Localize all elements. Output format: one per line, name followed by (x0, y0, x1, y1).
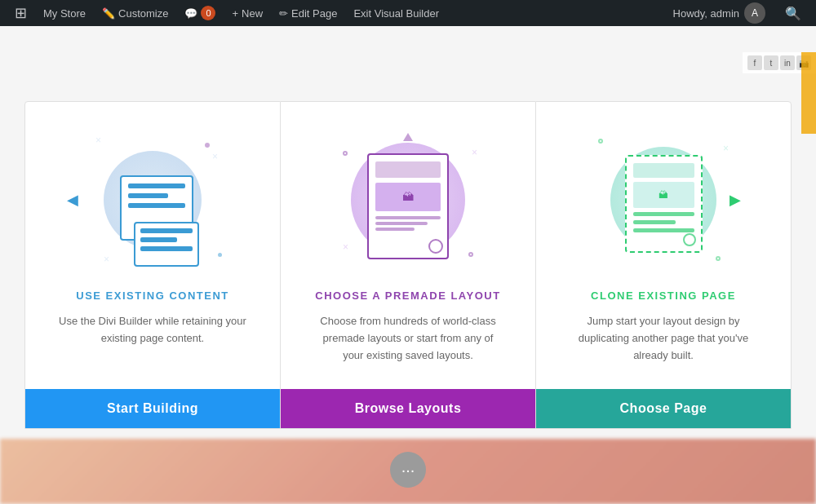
card-choose-premade: × × 🏔 CHOOSE A PREMADE LAYOUT (281, 101, 535, 428)
linkedin-icon[interactable]: in (780, 55, 795, 70)
deco-dot5 (598, 139, 603, 144)
deco-dot6 (716, 256, 721, 261)
card-title-use-existing: USE EXISTING CONTENT (76, 290, 228, 302)
doc-back (134, 222, 199, 267)
exit-visual-builder-item[interactable]: Exit Visual Builder (345, 0, 447, 26)
avatar: A (744, 2, 765, 24)
new-item[interactable]: + New (224, 0, 271, 26)
card-desc-choose-premade: Choose from hundreds of world-class prem… (314, 313, 502, 364)
pl2 (375, 222, 428, 225)
mountain-icon: 🏔 (402, 190, 414, 203)
img-placeholder: 🏔 (375, 183, 441, 211)
illustration-choose-premade: × × 🏔 (326, 126, 490, 273)
pl3 (375, 228, 415, 231)
float-btn-dots: ··· (401, 461, 415, 480)
comments-count: 0 (201, 6, 215, 20)
edit-page-label: Edit Page (291, 7, 337, 20)
circle-outline (428, 239, 443, 254)
illustration-clone-page: ▶ × 🏔 (582, 126, 745, 273)
exit-visual-builder-label: Exit Visual Builder (353, 7, 439, 20)
start-building-button[interactable]: Start Building (25, 389, 280, 428)
comments-item[interactable]: 💬 0 (176, 0, 224, 26)
main-area: f t in 📷 × × × (0, 26, 816, 504)
gl1 (633, 212, 694, 216)
customize-item[interactable]: ✏️ Customize (94, 0, 176, 26)
page-doc-3: 🏔 (625, 155, 703, 253)
pl1 (375, 216, 441, 219)
card-use-existing: × × × ◀ (24, 101, 281, 428)
card-desc-clone-page: Jump start your layout design by duplica… (570, 313, 757, 364)
card-title-choose-premade: CHOOSE A PREMADE LAYOUT (315, 290, 500, 302)
doc-main (120, 175, 193, 241)
browse-layouts-button[interactable]: Browse Layouts (281, 389, 535, 428)
float-action-button[interactable]: ··· (390, 452, 426, 488)
deco-x5: × (472, 147, 477, 158)
arrow-left-icon: ◀ (67, 191, 78, 209)
line2 (128, 193, 168, 198)
deco-dot4 (468, 252, 473, 257)
cards-container: × × × ◀ (24, 101, 792, 428)
new-label: New (242, 7, 263, 20)
triangle-icon (403, 133, 413, 141)
green-img: 🏔 (633, 182, 694, 208)
comments-icon: 💬 (184, 7, 197, 20)
howdy-text: Howdy, admin (673, 7, 739, 20)
arrow-right-icon: ▶ (730, 191, 741, 209)
deco-x4: × (343, 241, 348, 253)
bl2 (140, 237, 177, 242)
admin-bar-right: Howdy, admin A 🔍 (665, 2, 809, 24)
facebook-icon[interactable]: f (747, 55, 762, 70)
gl3 (633, 228, 694, 232)
wp-logo-icon: ⊞ (15, 4, 27, 22)
choose-page-button[interactable]: Choose Page (536, 389, 791, 428)
deco-x1: × (95, 135, 101, 146)
wp-logo-item[interactable]: ⊞ (7, 0, 35, 26)
deco-x6: × (723, 143, 729, 154)
line1 (128, 183, 185, 188)
plus-icon: + (232, 7, 238, 20)
deco-x2: × (212, 151, 218, 162)
bl3 (140, 246, 193, 251)
gl2 (633, 220, 676, 224)
twitter-icon[interactable]: t (764, 55, 778, 70)
green-header (633, 163, 694, 178)
customize-icon: ✏️ (102, 7, 115, 20)
sidebar-accent (801, 52, 816, 134)
search-icon[interactable]: 🔍 (777, 6, 809, 21)
card-title-clone-page: CLONE EXISTING PAGE (591, 290, 736, 302)
header-bar (375, 161, 441, 178)
card-clone-page: ▶ × 🏔 CLONE EXISTING PAGE Ju (535, 101, 792, 428)
green-circle (683, 233, 696, 246)
my-store-item[interactable]: My Store (35, 0, 94, 26)
howdy-section[interactable]: Howdy, admin A (665, 2, 774, 24)
edit-page-item[interactable]: ✏ Edit Page (271, 0, 345, 26)
page-doc-2: 🏔 (367, 153, 449, 259)
my-store-label: My Store (43, 7, 86, 20)
green-mountain: 🏔 (659, 189, 668, 201)
illustration-use-existing: × × × ◀ (71, 126, 234, 273)
line3 (128, 203, 185, 208)
deco-dot2 (218, 253, 222, 257)
card-desc-use-existing: Use the Divi Builder while retaining you… (59, 313, 246, 347)
customize-label: Customize (118, 7, 168, 20)
deco-dot1 (205, 143, 210, 148)
bl1 (140, 228, 193, 233)
edit-icon: ✏ (279, 7, 288, 20)
deco-x3: × (104, 254, 109, 265)
deco-dot3 (343, 151, 348, 156)
admin-bar: ⊞ My Store ✏️ Customize 💬 0 + New ✏ Edit… (0, 0, 816, 26)
